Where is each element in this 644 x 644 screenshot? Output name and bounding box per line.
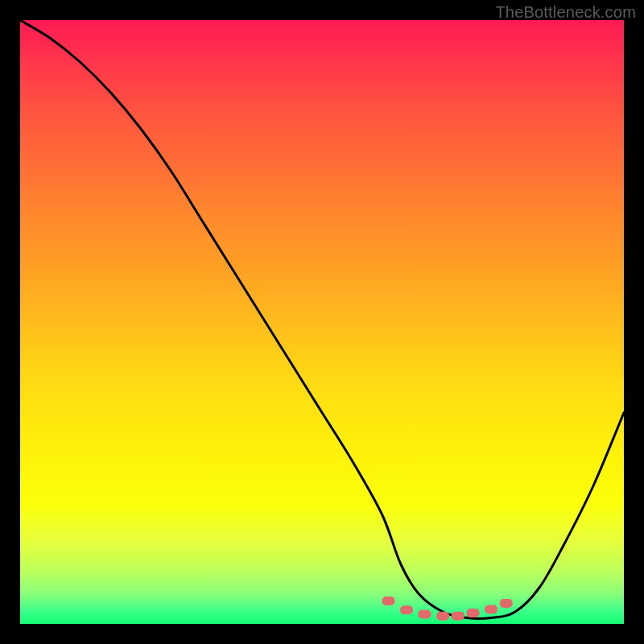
marker-point	[467, 609, 480, 617]
plot-area	[20, 20, 624, 624]
marker-point	[419, 610, 431, 619]
marker-layer	[20, 20, 624, 624]
chart-container: TheBottleneck.com	[0, 0, 644, 644]
marker-point	[452, 612, 464, 621]
marker-point	[485, 605, 497, 614]
highlight-markers	[382, 597, 513, 621]
marker-point	[382, 597, 395, 605]
watermark-text: TheBottleneck.com	[495, 3, 636, 22]
marker-point	[500, 599, 513, 608]
marker-point	[436, 612, 449, 621]
marker-point	[400, 605, 413, 614]
